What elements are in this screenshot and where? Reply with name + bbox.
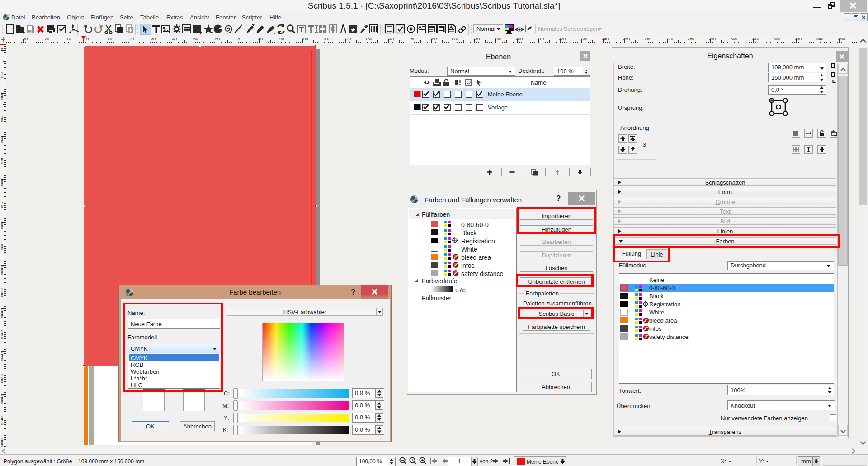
svg-text:1: 1 <box>411 458 414 462</box>
